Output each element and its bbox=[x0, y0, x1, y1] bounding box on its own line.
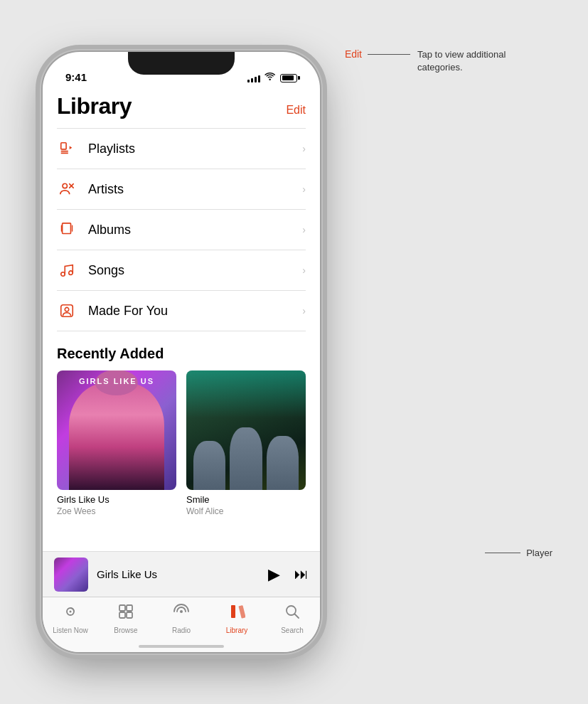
library-header: Library Edit bbox=[57, 87, 306, 128]
tab-bar: Listen Now Browse bbox=[43, 597, 320, 652]
signal-bar-3 bbox=[255, 77, 257, 82]
player-thumb-art bbox=[54, 558, 88, 592]
tab-library[interactable]: Library bbox=[209, 603, 264, 634]
album-card-girls-like-us[interactable]: GIRLS LIKE US Girls Like Us Zoe Wees bbox=[57, 370, 176, 517]
signal-bars-icon bbox=[247, 74, 260, 82]
radio-svg bbox=[173, 603, 190, 620]
tab-search[interactable]: Search bbox=[264, 603, 320, 634]
playlists-chevron: › bbox=[302, 143, 306, 154]
playlists-label: Playlists bbox=[88, 142, 135, 156]
tab-browse[interactable]: Browse bbox=[98, 603, 154, 634]
smile-people bbox=[186, 400, 306, 490]
player-bar[interactable]: Girls Like Us ▶ ⏭ bbox=[43, 551, 320, 597]
albums-chevron: › bbox=[302, 224, 306, 235]
girls-album-name: Girls Like Us bbox=[57, 494, 176, 506]
made-svg bbox=[59, 303, 75, 319]
battery-fill bbox=[282, 75, 294, 80]
battery-icon bbox=[280, 74, 300, 82]
library-item-albums[interactable]: Albums › bbox=[57, 210, 306, 250]
library-item-made[interactable]: Made For You › bbox=[57, 291, 306, 331]
browse-svg bbox=[117, 603, 134, 620]
signal-bar-4 bbox=[258, 75, 260, 82]
svg-rect-17 bbox=[119, 612, 125, 618]
tab-listen-now[interactable]: Listen Now bbox=[43, 603, 98, 634]
album-art-girls-like-us: GIRLS LIKE US bbox=[57, 370, 176, 490]
library-item-made-left: Made For You bbox=[57, 301, 168, 321]
smile-person-1 bbox=[193, 441, 225, 490]
girls-silhouette bbox=[57, 370, 176, 490]
playlists-svg bbox=[59, 141, 75, 156]
wifi-svg bbox=[264, 73, 276, 81]
library-item-songs[interactable]: Songs › bbox=[57, 250, 306, 291]
svg-rect-0 bbox=[61, 143, 66, 149]
library-tab-label: Library bbox=[226, 626, 248, 634]
library-item-playlists-left: Playlists bbox=[57, 139, 135, 159]
album-art-smile bbox=[186, 370, 306, 490]
album-card-smile[interactable]: Smile Wolf Alice bbox=[186, 370, 306, 517]
album-art-smile-bg bbox=[186, 370, 306, 490]
svg-rect-15 bbox=[119, 605, 125, 611]
edit-button[interactable]: Edit bbox=[286, 104, 306, 119]
callout-edit-desc: Tap to view additional categories. bbox=[417, 48, 545, 74]
albums-label: Albums bbox=[88, 223, 131, 238]
svg-point-9 bbox=[61, 272, 65, 277]
svg-point-10 bbox=[69, 271, 73, 275]
library-item-artists-left: Artists bbox=[57, 179, 124, 199]
smile-person-3 bbox=[267, 436, 299, 490]
svg-line-21 bbox=[295, 614, 299, 619]
svg-point-19 bbox=[180, 610, 183, 613]
phone-frame: 9:41 bbox=[43, 52, 320, 652]
player-thumb bbox=[54, 558, 88, 592]
songs-svg bbox=[59, 262, 75, 278]
status-time: 9:41 bbox=[65, 71, 87, 83]
status-icons bbox=[247, 73, 300, 83]
library-item-playlists[interactable]: Playlists › bbox=[57, 129, 306, 169]
player-play-button[interactable]: ▶ bbox=[268, 565, 280, 584]
callout-edit-label: Edit bbox=[345, 48, 362, 60]
svg-point-14 bbox=[70, 611, 72, 613]
smile-album-artist: Wolf Alice bbox=[186, 506, 306, 518]
callout-edit-arrow bbox=[368, 54, 410, 55]
callout-edit: Edit Tap to view additional categories. bbox=[345, 48, 545, 74]
svg-rect-16 bbox=[127, 605, 132, 611]
svg-rect-8 bbox=[72, 225, 73, 232]
library-title: Library bbox=[57, 93, 132, 119]
browse-icon bbox=[117, 603, 134, 624]
artists-label: Artists bbox=[88, 182, 124, 197]
recently-added-title: Recently Added bbox=[57, 346, 306, 362]
girls-album-artist: Zoe Wees bbox=[57, 506, 176, 518]
album-art-girls-bg: GIRLS LIKE US bbox=[57, 370, 176, 490]
callout-player: Player bbox=[485, 548, 552, 558]
listen-now-label: Listen Now bbox=[53, 626, 87, 634]
radio-label: Radio bbox=[172, 626, 191, 634]
library-item-songs-left: Songs bbox=[57, 260, 124, 280]
girls-album-title-overlay: GIRLS LIKE US bbox=[57, 376, 176, 386]
made-chevron: › bbox=[302, 305, 306, 316]
scene: Edit Tap to view additional categories. … bbox=[0, 0, 588, 704]
svg-rect-7 bbox=[61, 225, 62, 232]
listen-now-icon bbox=[62, 603, 79, 624]
tab-radio[interactable]: Radio bbox=[154, 603, 209, 634]
radio-icon bbox=[173, 603, 190, 624]
library-item-artists[interactable]: Artists › bbox=[57, 169, 306, 210]
svg-point-12 bbox=[65, 307, 69, 311]
artists-icon bbox=[57, 179, 77, 199]
svg-rect-18 bbox=[127, 612, 132, 618]
wifi-icon bbox=[264, 73, 276, 83]
content-area: Library Edit bbox=[43, 87, 320, 517]
signal-bar-1 bbox=[247, 80, 250, 82]
svg-rect-6 bbox=[63, 223, 71, 234]
albums-svg bbox=[59, 222, 75, 238]
player-track-name: Girls Like Us bbox=[97, 568, 260, 580]
signal-bar-2 bbox=[251, 78, 253, 82]
player-skip-button[interactable]: ⏭ bbox=[294, 566, 309, 582]
search-label: Search bbox=[281, 626, 304, 634]
songs-chevron: › bbox=[302, 265, 306, 276]
svg-point-3 bbox=[63, 183, 67, 188]
albums-icon bbox=[57, 220, 77, 240]
callout-player-label: Player bbox=[526, 548, 552, 558]
artists-svg bbox=[59, 181, 75, 197]
made-label: Made For You bbox=[88, 304, 168, 319]
library-svg bbox=[228, 603, 245, 620]
made-icon bbox=[57, 301, 77, 321]
